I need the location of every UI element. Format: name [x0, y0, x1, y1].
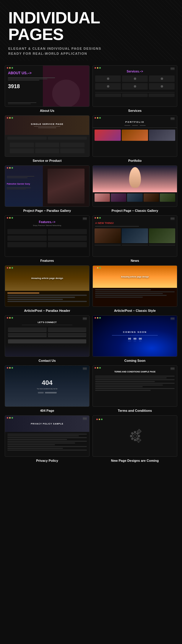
grid-row-2: SINGLE SERVICE PAGE — [5, 115, 177, 162]
news-title-area: A NEW THING! — [93, 216, 177, 228]
svg-rect-15 — [140, 440, 141, 441]
nav-dots — [170, 67, 175, 70]
classic-thumbnails — [93, 192, 177, 203]
feature-item — [48, 229, 87, 234]
grid-row-6: LET'S CONNECT Contact Us — [5, 315, 177, 362]
dot-red — [95, 267, 96, 269]
dot-yellow — [9, 117, 11, 119]
grid-item-coming-soon[interactable]: COMING SOON 00 DAYS 00 HRS 00 — [92, 315, 177, 362]
classic-thumb-5 — [160, 193, 175, 202]
features-title-text: Features.–> — [5, 216, 89, 224]
dot-green — [99, 317, 101, 319]
dot-yellow — [9, 217, 11, 219]
contact-us-label: Contact Us — [38, 359, 56, 362]
classic-thumb-4 — [144, 193, 159, 202]
page-404-bg: 404 You have wandered way too far — [5, 366, 89, 406]
nav-dots — [83, 367, 87, 370]
nav-dots — [170, 117, 175, 120]
dot-yellow — [9, 367, 11, 369]
grid-item-404[interactable]: 404 You have wandered way too far 404 Pa… — [5, 365, 90, 412]
privacy-label: Privacy Policy — [36, 459, 58, 462]
project-classic-preview[interactable] — [92, 165, 177, 207]
contact-field — [48, 333, 87, 337]
grid-item-terms[interactable]: TERMS AND CONDITIONS SAMPLE PAGE Terms a… — [92, 365, 177, 412]
portfolio-preview[interactable]: PORTFOLIO — [92, 115, 177, 157]
gear-icon — [126, 427, 144, 445]
project-parallax-preview[interactable]: Palmolive Garnier Sony — [5, 165, 90, 207]
page-title: INDIVIDUAL PAGES — [8, 9, 174, 43]
dot-red — [95, 367, 96, 369]
classic-thumb-2 — [111, 193, 126, 202]
article-classic-preview[interactable]: Amazing article page design — [92, 265, 177, 307]
grid-item-news[interactable]: A NEW THING! News — [92, 215, 177, 262]
dot-yellow — [97, 267, 98, 269]
grid-item-contact-us[interactable]: LET'S CONNECT Contact Us — [5, 315, 90, 362]
dot-red — [7, 117, 8, 119]
services-icons-grid — [93, 73, 177, 92]
grid-item-about-us[interactable]: About Us.–> 3918 About Us — [5, 65, 90, 112]
grid-item-project-classic[interactable]: Project Page – Classic Gallery — [92, 165, 177, 212]
new-pages-icon — [126, 427, 144, 445]
dot-yellow — [97, 317, 98, 319]
privacy-title-text: PRIVACY POLICY SAMPLE — [31, 423, 63, 425]
nav-dots — [83, 317, 87, 320]
service-icon-box — [95, 83, 121, 90]
article-classic-hero: Amazing article page design — [93, 266, 177, 288]
nav-dots — [170, 317, 175, 320]
classic-thumb-1 — [95, 193, 110, 202]
new-pages-preview[interactable] — [92, 415, 177, 457]
privacy-preview[interactable]: PRIVACY POLICY SAMPLE — [5, 415, 90, 457]
about-us-preview[interactable]: About Us.–> 3918 — [5, 65, 90, 107]
terms-preview[interactable]: TERMS AND CONDITIONS SAMPLE PAGE — [92, 365, 177, 407]
service-icon-box — [149, 83, 175, 90]
features-label: Features — [40, 259, 54, 262]
page-404-preview[interactable]: 404 You have wandered way too far — [5, 365, 90, 407]
nav-dots — [170, 367, 175, 370]
dot-yellow — [99, 419, 100, 420]
contact-us-preview[interactable]: LET'S CONNECT — [5, 315, 90, 357]
classic-main-image — [93, 166, 177, 192]
dot-yellow — [9, 417, 11, 419]
article-parallax-preview[interactable]: Amazing article page design — [5, 265, 90, 307]
header-section: INDIVIDUAL PAGES ELEGANT & CLEAN INDIVID… — [0, 0, 182, 61]
about-number: 3918 — [8, 83, 86, 90]
svg-rect-3 — [134, 439, 136, 441]
portfolio-title-text: PORTFOLIO — [125, 121, 144, 123]
services-preview[interactable]: Services.–> — [92, 65, 177, 107]
privacy-content-lines — [5, 432, 89, 453]
grid-item-article-parallax[interactable]: Amazing article page design Article/Post… — [5, 265, 90, 312]
dot-green — [99, 367, 101, 369]
news-image-2 — [122, 228, 148, 243]
features-preview[interactable]: Features.–> Enjoy Premium Tailored Netwo… — [5, 215, 90, 257]
grid-item-service-product[interactable]: SINGLE SERVICE PAGE — [5, 115, 90, 162]
news-preview[interactable]: A NEW THING! — [92, 215, 177, 257]
portfolio-title-area: PORTFOLIO — [93, 116, 177, 128]
dot-yellow — [97, 67, 98, 69]
dot-green — [12, 417, 13, 419]
services-label: Services — [128, 109, 142, 112]
coming-soon-preview[interactable]: COMING SOON 00 DAYS 00 HRS 00 — [92, 315, 177, 357]
single-service-banner: SINGLE SERVICE PAGE — [5, 116, 89, 135]
dot-yellow — [97, 367, 98, 369]
services-title-text: Services.–> — [93, 66, 177, 73]
grid-item-portfolio[interactable]: PORTFOLIO Portfolio — [92, 115, 177, 162]
service-product-preview[interactable]: SINGLE SERVICE PAGE — [5, 115, 90, 157]
news-image-3 — [149, 228, 175, 243]
contact-field — [8, 327, 47, 332]
project-brands-text: Palmolive Garnier Sony — [7, 183, 30, 185]
grid-item-services[interactable]: Services.–> S — [92, 65, 177, 112]
features-subtitle-text: Enjoy Premium Tailored Networking — [5, 224, 89, 227]
grid-item-project-parallax[interactable]: Palmolive Garnier Sony Project Page – Pa… — [5, 165, 90, 212]
grid-item-article-classic[interactable]: Amazing article page design Article/Post… — [92, 265, 177, 312]
grid-item-features[interactable]: Features.–> Enjoy Premium Tailored Netwo… — [5, 215, 90, 262]
dot-red — [7, 367, 8, 369]
grid-row-8: PRIVACY POLICY SAMPLE Privacy Policy — [5, 415, 177, 468]
grid-item-new-pages[interactable]: New Page Designs are Coming — [92, 415, 177, 462]
dot-green — [12, 267, 13, 269]
article-parallax-label: Article/Post – Parallax Header — [24, 309, 70, 312]
pages-grid: About Us.–> 3918 About Us — [0, 61, 182, 468]
dot-green — [12, 217, 13, 219]
article-parallax-bg: Amazing article page design — [5, 266, 89, 291]
dot-green — [12, 117, 13, 119]
grid-item-privacy[interactable]: PRIVACY POLICY SAMPLE Privacy Policy — [5, 415, 90, 462]
